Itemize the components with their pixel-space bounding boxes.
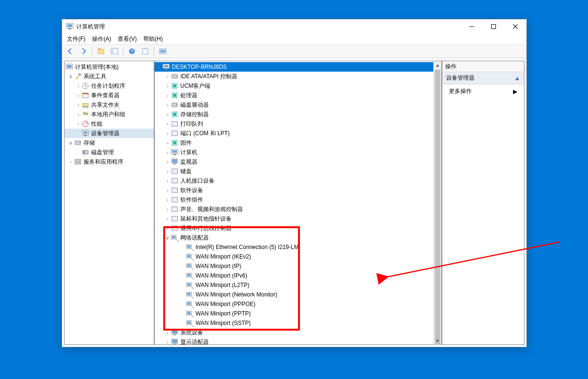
actions-more-label: 更多操作	[449, 87, 472, 95]
device-category-15-icon	[171, 215, 178, 222]
net-adapter-4-icon	[186, 281, 194, 289]
device-category-17[interactable]: ∨网络适配器	[155, 233, 434, 242]
net-adapter-3[interactable]: ›WAN Miniport (IPv6)	[155, 271, 434, 280]
tree-storage[interactable]: ∨ 存储	[65, 138, 154, 148]
help-button[interactable]: ?	[126, 46, 138, 57]
net-adapter-6[interactable]: ›WAN Miniport (PPPOE)	[155, 299, 434, 309]
storage-icon	[74, 139, 82, 147]
tree-event-viewer[interactable]: › 事件查看器	[65, 91, 154, 100]
svg-point-96	[193, 326, 194, 327]
scroll-thumb[interactable]	[435, 70, 440, 345]
device-category-6[interactable]: ›端口 (COM 和 LPT)	[155, 129, 434, 138]
svg-point-32	[79, 142, 80, 143]
svg-rect-9	[111, 48, 114, 54]
net-adapter-2[interactable]: ›WAN Miniport (IP)	[155, 261, 434, 271]
svg-point-25	[83, 112, 86, 115]
shared-folders-icon	[82, 101, 89, 109]
tree-local-users-groups[interactable]: › 本地用户和组	[65, 110, 154, 119]
svg-rect-60	[172, 169, 177, 174]
menu-file[interactable]: 文件(F)	[67, 35, 85, 43]
svg-rect-34	[83, 151, 85, 154]
tree-task-scheduler[interactable]: › 任务计划程序	[65, 81, 154, 91]
svg-rect-59	[174, 164, 176, 165]
device-category-13[interactable]: ›软件组件	[155, 195, 434, 204]
svg-rect-50	[172, 121, 177, 126]
show-hide-console-tree[interactable]	[108, 46, 121, 57]
device-category-0[interactable]: ›IDE ATA/ATAPI 控制器	[155, 72, 434, 81]
device-category-19-icon	[171, 338, 178, 344]
device-category-2[interactable]: ›处理器	[155, 91, 434, 100]
menu-action[interactable]: 操作(A)	[92, 35, 111, 43]
device-category-15[interactable]: ›鼠标和其他指针设备	[155, 214, 434, 223]
svg-rect-71	[187, 246, 191, 248]
svg-point-18	[78, 73, 81, 76]
svg-rect-92	[187, 312, 191, 314]
net-adapter-8[interactable]: ›WAN Miniport (SSTP)	[155, 318, 434, 328]
device-category-19[interactable]: ›显示适配器	[155, 337, 434, 344]
svg-rect-43	[173, 84, 176, 87]
svg-rect-45	[173, 94, 176, 97]
net-adapter-1-icon	[186, 253, 194, 260]
scroll-up-icon[interactable]: ▴	[434, 61, 441, 69]
net-adapter-1[interactable]: ›WAN Miniport (IKEv2)	[155, 252, 434, 261]
forward-button[interactable]	[77, 46, 90, 57]
device-category-11[interactable]: ›人机接口设备	[155, 176, 434, 185]
properties-button[interactable]	[139, 46, 151, 57]
device-category-12[interactable]: ›软件设备	[155, 185, 434, 195]
console-tree[interactable]: 计算机管理(本地) ∨ 系统工具 › 任务计划程序 › 事件查看器	[65, 61, 154, 344]
device-category-7[interactable]: ›固件	[155, 138, 434, 148]
back-button[interactable]	[64, 46, 76, 57]
svg-rect-2	[68, 28, 71, 29]
titlebar: 计算机管理	[62, 19, 526, 34]
device-root[interactable]: ∨DESKTOP-BRNJ8DS	[155, 62, 434, 72]
device-tree[interactable]: ∨DESKTOP-BRNJ8DS›IDE ATA/ATAPI 控制器›UCM客户…	[155, 61, 441, 344]
device-category-8[interactable]: ›计算机	[155, 148, 434, 157]
svg-point-87	[193, 297, 194, 298]
device-category-18[interactable]: ›系统设备	[155, 328, 434, 337]
device-category-3[interactable]: ›磁盘驱动器	[155, 100, 434, 110]
menu-help[interactable]: 帮助(H)	[143, 35, 163, 43]
scrollbar-vertical[interactable]: ▴ ▾	[433, 61, 441, 344]
net-adapter-3-icon	[186, 272, 194, 279]
actions-section-label: 设备管理器	[446, 74, 475, 82]
tree-root-computer-management[interactable]: 计算机管理(本地)	[65, 62, 154, 72]
svg-rect-83	[187, 284, 191, 286]
svg-rect-63	[172, 197, 177, 202]
computer-management-window: 计算机管理 文件(F) 操作(A) 查看(V) 帮助(H) ?	[62, 19, 527, 347]
actions-more[interactable]: 更多操作 ▶	[442, 84, 524, 98]
menu-view[interactable]: 查看(V)	[118, 35, 137, 43]
device-category-5[interactable]: ›打印队列	[155, 119, 434, 129]
device-category-2-icon	[171, 92, 178, 99]
tree-device-manager[interactable]: › 设备管理器	[65, 129, 154, 138]
close-button[interactable]	[504, 19, 526, 34]
svg-rect-98	[172, 330, 177, 333]
tree-disk-management[interactable]: › 磁盘管理	[65, 148, 154, 157]
device-category-9[interactable]: ›监视器	[155, 157, 434, 166]
maximize-button[interactable]	[483, 19, 504, 34]
device-category-4[interactable]: ›存储控制器	[155, 110, 434, 119]
svg-rect-101	[172, 340, 177, 343]
net-adapter-4[interactable]: ›WAN Miniport (L2TP)	[155, 280, 434, 290]
net-adapter-5[interactable]: ›WAN Miniport (Network Monitor)	[155, 290, 434, 299]
device-category-14[interactable]: ›声音、视频和游戏控制器	[155, 204, 434, 214]
up-button[interactable]	[95, 46, 107, 57]
net-adapter-0[interactable]: ›Intel(R) Ethernet Connection (5) I219-L…	[155, 242, 434, 252]
show-hide-action-pane[interactable]	[157, 46, 169, 57]
actions-section-header[interactable]: 设备管理器 ▲	[442, 72, 524, 84]
tree-performance[interactable]: › 性能	[65, 119, 154, 129]
system-tools-icon	[74, 73, 82, 80]
device-category-1[interactable]: ›UCM客户端	[155, 81, 434, 91]
submenu-arrow-icon: ▶	[513, 88, 517, 95]
device-category-10[interactable]: ›键盘	[155, 166, 434, 176]
svg-rect-35	[75, 159, 81, 161]
tree-shared-folders[interactable]: › 共享文件夹	[65, 100, 154, 110]
svg-rect-15	[160, 50, 165, 52]
tree-system-tools[interactable]: ∨ 系统工具	[65, 72, 154, 81]
minimize-button[interactable]	[461, 19, 483, 34]
device-category-16[interactable]: ›通用串行总线控制器	[155, 223, 434, 233]
svg-point-81	[193, 278, 194, 279]
tree-services-applications[interactable]: › 服务和应用程序	[65, 157, 154, 166]
scroll-down-icon[interactable]: ▾	[434, 337, 441, 344]
net-adapter-7[interactable]: ›WAN Miniport (PPTP)	[155, 309, 434, 318]
device-category-11-icon	[171, 177, 178, 185]
